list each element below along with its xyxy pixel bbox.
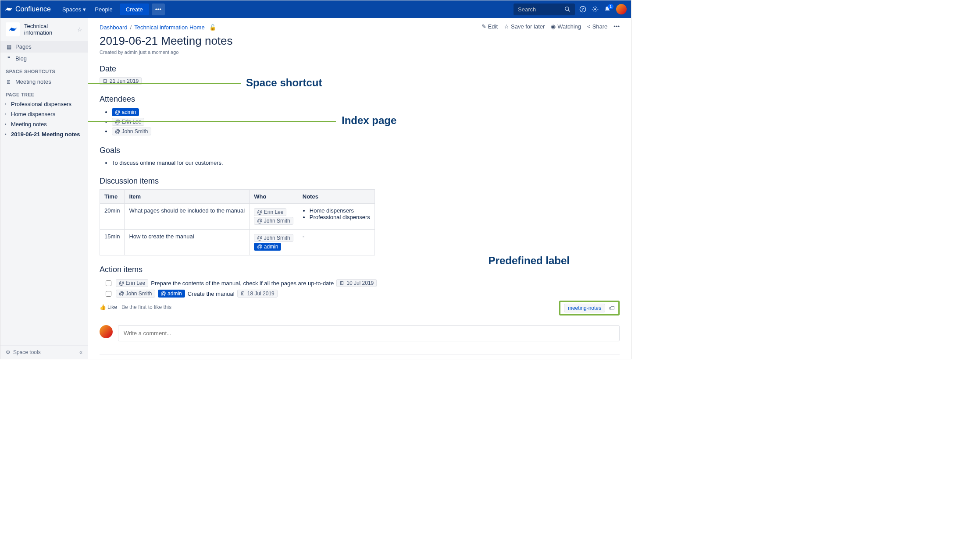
create-button[interactable]: Create [120,4,149,15]
tree-item[interactable]: ›Professional dispensers [0,99,88,109]
mention[interactable]: @ admin [158,290,185,298]
top-nav: Confluence Spaces ▾ People Create ••• ? … [0,0,631,18]
more-actions-button[interactable]: ••• [613,23,620,30]
thumbs-up-icon: 👍 [100,304,106,310]
svg-point-0 [565,7,569,11]
page-footer: DEMONSTRATION LICENSE - This Confluence … [100,354,620,359]
due-date: 🗓 10 Jul 2019 [336,279,377,287]
mention[interactable]: @ John Smith [116,290,155,298]
sidebar: Technical information ☆ ▤Pages ❞Blog SPA… [0,18,88,359]
byline: Created by admin just a moment ago [100,50,620,55]
svg-point-4 [594,8,596,10]
pencil-icon: ✎ [482,23,486,30]
discussion-table: Time Item Who Notes 20minWhat pages shou… [100,189,375,255]
star-icon: ☆ [504,23,509,30]
mention[interactable]: @ Erin Lee [112,118,144,126]
nav-spaces[interactable]: Spaces ▾ [58,6,90,13]
attendees-heading: Attendees [100,95,620,104]
calendar-icon: 🗓 [103,78,108,84]
tree-expander[interactable]: • [5,132,9,137]
attendee: @ admin [112,107,620,117]
user-avatar[interactable] [616,4,627,14]
restrictions-icon[interactable]: 🔓 [209,24,216,31]
shortcut-meeting-notes[interactable]: 🗎Meeting notes [0,76,88,88]
comment-avatar [100,325,113,338]
tree-item[interactable]: •2019-06-21 Meeting notes [0,129,88,139]
share-button[interactable]: <Share [587,23,607,30]
notifications-icon[interactable]: 1 [604,6,611,13]
tree-item[interactable]: ›Home dispensers [0,109,88,119]
blog-icon: ❞ [6,56,12,62]
table-row: 20minWhat pages should be included to th… [100,204,375,230]
label-chip[interactable]: meeting-notes [564,304,605,312]
help-icon[interactable]: ? [579,6,586,13]
page-title: 2019-06-21 Meeting notes [100,34,620,48]
breadcrumb-home[interactable]: Technical information Home [134,24,204,31]
like-button[interactable]: 👍Like [100,304,117,310]
calendar-icon: 🗓 [240,291,246,297]
svg-line-1 [568,10,570,12]
col-who: Who [250,190,298,204]
space-name[interactable]: Technical information [24,23,73,36]
mention[interactable]: @ John Smith [254,217,293,225]
svg-text:?: ? [581,7,584,11]
action-item: @ Erin Lee Prepare the contents of the m… [100,278,620,288]
collapse-sidebar-icon[interactable]: « [79,349,82,355]
shortcut-icon: 🗎 [6,79,12,85]
star-icon[interactable]: ☆ [77,26,82,33]
labels-highlight: meeting-notes 🏷 [559,301,620,315]
nav-people[interactable]: People [90,6,117,13]
share-icon: < [587,23,591,30]
watching-button[interactable]: ◉Watching [551,23,581,30]
breadcrumb-dashboard[interactable]: Dashboard [100,24,128,31]
edit-button[interactable]: ✎Edit [482,23,498,30]
sidebar-blog[interactable]: ❞Blog [0,53,88,64]
product-logo[interactable]: Confluence [5,5,51,13]
action-item: @ John Smith @ admin Create the manual 🗓… [100,288,620,299]
task-checkbox[interactable] [106,280,111,286]
mention[interactable]: @ John Smith [112,128,151,135]
notification-badge: 1 [608,4,613,9]
save-for-later-button[interactable]: ☆Save for later [504,23,545,30]
task-checkbox[interactable] [106,291,111,297]
mention[interactable]: @ Erin Lee [116,279,148,287]
tree-expander[interactable]: › [5,102,9,106]
mention[interactable]: @ John Smith [254,234,293,242]
sidebar-pages[interactable]: ▤Pages [0,41,88,53]
attendee: @ Erin Lee [112,117,620,127]
product-name: Confluence [15,5,51,13]
date-value: 🗓21 Jun 2019 [100,77,142,85]
tree-expander[interactable]: • [5,122,9,127]
confluence-icon [5,5,13,13]
page-icon: ▤ [6,44,12,50]
page-actions: ✎Edit ☆Save for later ◉Watching <Share •… [482,23,620,30]
action-items-heading: Action items [100,265,620,274]
create-more-button[interactable]: ••• [152,4,165,15]
space-tools[interactable]: Space tools [13,349,41,355]
mention[interactable]: @ admin [112,108,139,116]
discussion-heading: Discussion items [100,177,620,186]
table-row: 15minHow to create the manual@ John Smit… [100,230,375,255]
calendar-icon: 🗓 [339,280,345,286]
comment-input[interactable] [118,325,620,341]
col-notes: Notes [298,190,374,204]
gear-icon: ⚙ [6,349,11,355]
col-item: Item [125,190,250,204]
attendee: @ John Smith [112,127,620,136]
chevron-down-icon: ▾ [83,6,86,13]
date-heading: Date [100,64,620,74]
goal-item: To discuss online manual for our custome… [112,159,620,167]
col-time: Time [100,190,125,204]
settings-icon[interactable] [592,6,599,13]
mention[interactable]: @ admin [254,243,281,251]
goals-heading: Goals [100,146,620,155]
tree-expander[interactable]: › [5,112,9,117]
tag-icon[interactable]: 🏷 [609,305,615,312]
content-area: ✎Edit ☆Save for later ◉Watching <Share •… [88,18,631,359]
space-logo [6,22,20,36]
search-icon[interactable] [564,6,571,12]
due-date: 🗓 18 Jul 2019 [237,290,278,298]
mention[interactable]: @ Erin Lee [254,208,286,216]
tree-heading: PAGE TREE [0,88,88,99]
tree-item[interactable]: •Meeting notes [0,119,88,129]
